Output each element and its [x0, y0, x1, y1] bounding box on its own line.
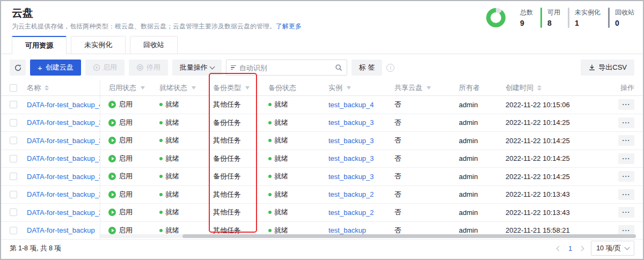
page-size-select[interactable]: 10 项/页 — [591, 241, 634, 256]
ready-dot-icon — [159, 157, 163, 160]
row-checkbox[interactable] — [10, 191, 17, 198]
filter-icon[interactable] — [427, 86, 431, 90]
backup-type-text: 其他任务 — [213, 136, 241, 145]
instance-link[interactable]: test_backup_3 — [328, 137, 374, 145]
enabled-status-icon — [108, 209, 116, 216]
page-number[interactable]: 1 — [568, 244, 572, 252]
col-enable-status[interactable]: 启用状态 — [100, 83, 151, 93]
tab-available-resources[interactable]: 可用资源 — [12, 36, 67, 54]
col-shared-disk[interactable]: 共享云盘 — [386, 83, 451, 93]
download-icon — [588, 64, 596, 71]
sort-icon[interactable] — [537, 85, 541, 91]
shared-disk-text: 否 — [394, 190, 401, 199]
disk-name-link[interactable]: DATA-for-test_backup_3 — [27, 118, 100, 127]
stat-bar — [513, 8, 515, 28]
row-more-actions-button[interactable]: ··· — [618, 135, 634, 146]
row-checkbox[interactable] — [10, 137, 17, 144]
instance-link[interactable]: test_backup_2 — [328, 209, 374, 217]
instance-link[interactable]: test_backup_2 — [328, 190, 374, 198]
cloud-disk-page: 云盘 为云主机提供存储，包括两种类型：根云盘、数据云盘；云盘管理主要涉及数据云盘… — [0, 0, 644, 260]
row-checkbox[interactable] — [10, 227, 17, 234]
learn-more-link[interactable]: 了解更多 — [276, 23, 302, 30]
ready-status-text: 就绪 — [165, 207, 179, 217]
resource-stats: 总数9 可用8 未实例化1 回收站0 — [486, 8, 634, 28]
row-checkbox[interactable] — [10, 209, 17, 216]
batch-operations-button[interactable]: 批量操作 — [172, 60, 222, 76]
refresh-button[interactable] — [10, 60, 26, 76]
row-checkbox[interactable] — [10, 101, 17, 108]
table-header: 名称 启用状态 就绪状态 备份类型 备份状态 实例 共享云盘 所有者 创建时间 … — [1, 80, 643, 96]
row-checkbox[interactable] — [10, 173, 17, 180]
row-more-actions-button[interactable]: ··· — [618, 189, 634, 200]
enable-status-text: 启用 — [119, 207, 133, 217]
filter-icon[interactable] — [347, 86, 351, 90]
created-time-text: 2022-11-22 10:13:43 — [506, 209, 570, 217]
enable-button[interactable]: 启用 — [85, 60, 125, 76]
disk-name-link[interactable]: DATA-for-test_backup_3 — [27, 173, 100, 181]
info-icon[interactable]: i — [386, 64, 394, 72]
disk-name-link[interactable]: DATA-for-test_backup_2 — [27, 190, 100, 198]
row-checkbox[interactable] — [10, 155, 17, 162]
disk-name-link[interactable]: DATA-for-test_backup — [27, 226, 95, 234]
ready-dot-icon — [159, 193, 163, 196]
disk-name-link[interactable]: DATA-for-test_backup_3 — [27, 137, 100, 145]
created-time-text: 2022-11-22 10:15:06 — [506, 101, 570, 109]
row-more-actions-button[interactable]: ··· — [618, 207, 634, 218]
owner-text: admin — [459, 209, 478, 217]
row-more-actions-button[interactable]: ··· — [618, 99, 634, 110]
backup-status-dot-icon — [268, 121, 272, 124]
filter-icon[interactable] — [245, 86, 250, 90]
backup-type-text: 备份任务 — [213, 118, 241, 128]
table-row: DATA-for-test_backup_3 启用 就绪 其他任务 就绪 tes… — [1, 132, 643, 150]
col-instance[interactable]: 实例 — [320, 83, 386, 93]
tab-recycle-bin[interactable]: 回收站 — [130, 36, 178, 54]
header-checkbox-cell — [1, 84, 27, 92]
row-checkbox[interactable] — [10, 119, 17, 127]
owner-text: admin — [459, 101, 478, 109]
col-name[interactable]: 名称 — [27, 80, 100, 95]
shared-disk-text: 否 — [394, 136, 401, 145]
row-more-actions-button[interactable]: ··· — [618, 117, 634, 128]
backup-type-text: 备份任务 — [213, 172, 241, 181]
disk-name-link[interactable]: DATA-for-test_backup_4 — [27, 101, 100, 109]
instance-link[interactable]: test_backup_3 — [328, 118, 374, 127]
instance-link[interactable]: test_backup — [328, 226, 366, 234]
play-circle-icon — [93, 64, 100, 71]
tag-button[interactable]: 标 签 — [352, 60, 383, 76]
col-ready-status[interactable]: 就绪状态 — [151, 83, 205, 93]
col-created-time[interactable]: 创建时间 — [497, 83, 595, 93]
stat-bar-dark — [608, 8, 610, 28]
backup-status-text: 就绪 — [274, 207, 288, 217]
search-box[interactable] — [226, 60, 347, 76]
pagination: 1 10 项/页 — [557, 241, 634, 256]
prev-page-icon[interactable] — [556, 246, 561, 251]
col-actions: 操作 — [595, 83, 643, 93]
search-input[interactable] — [239, 64, 332, 72]
instance-link[interactable]: test_backup_3 — [328, 154, 374, 162]
create-disk-button[interactable]: + 创建云盘 — [30, 60, 81, 76]
owner-text: admin — [459, 137, 478, 145]
ready-status-text: 就绪 — [165, 154, 179, 164]
row-more-actions-button[interactable]: ··· — [618, 171, 634, 182]
table-row: DATA-for-test_backup_4 启用 就绪 其他任务 就绪 tes… — [1, 96, 643, 114]
backup-status-dot-icon — [268, 211, 272, 214]
instance-link[interactable]: test_backup_4 — [328, 101, 374, 109]
next-page-icon[interactable] — [579, 246, 584, 251]
stop-button[interactable]: 停用 — [129, 60, 168, 76]
row-more-actions-button[interactable]: ··· — [618, 153, 634, 164]
disk-name-link[interactable]: DATA-for-test_backup_3 — [27, 154, 100, 162]
table-footer: 第 1-8 项, 共 8 项 1 10 项/页 — [1, 237, 643, 259]
filter-icon[interactable] — [192, 86, 196, 90]
filter-icon[interactable] — [141, 86, 145, 90]
col-backup-type[interactable]: 备份类型 — [205, 83, 260, 93]
select-all-checkbox[interactable] — [10, 84, 17, 92]
export-csv-button[interactable]: 导出CSV — [581, 60, 634, 76]
ready-dot-icon — [159, 229, 163, 232]
tab-uninstantiated[interactable]: 未实例化 — [71, 36, 126, 54]
created-time-text: 2022-11-21 15:58:21 — [506, 226, 570, 234]
instance-link[interactable]: test_backup_3 — [328, 173, 374, 181]
sort-icon[interactable] — [45, 85, 49, 91]
disk-name-link[interactable]: DATA-for-test_backup_2 — [27, 209, 100, 217]
created-time-text: 2022-11-22 10:13:43 — [506, 190, 570, 198]
owner-text: admin — [459, 173, 478, 181]
